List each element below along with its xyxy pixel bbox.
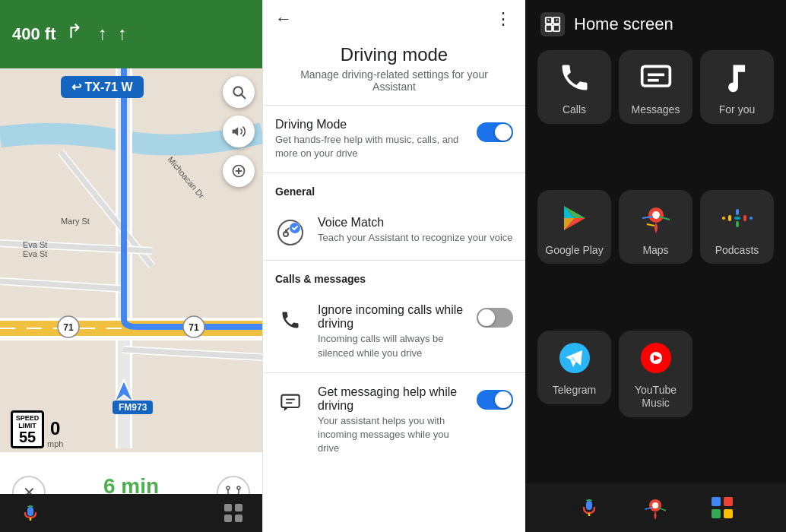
calls-icon bbox=[555, 58, 594, 97]
calls-label: Calls bbox=[563, 103, 586, 116]
telegram-icon bbox=[555, 338, 594, 378]
get-messaging-desc: Your assistant helps you with incoming m… bbox=[318, 414, 464, 456]
current-speed-unit: mph bbox=[47, 439, 63, 448]
ignore-calls-desc: Incoming calls will always be silenced w… bbox=[318, 332, 464, 359]
home-panel: Home screen Calls Messages bbox=[525, 0, 786, 532]
settings-back-button[interactable]: ← bbox=[275, 9, 292, 29]
svg-rect-86 bbox=[712, 509, 721, 518]
ignore-calls-title: Ignore incoming calls while driving bbox=[318, 303, 464, 331]
svg-rect-84 bbox=[712, 497, 721, 506]
home-header: Home screen bbox=[525, 0, 786, 43]
messages-label: Messages bbox=[632, 103, 680, 116]
driving-mode-control[interactable] bbox=[477, 122, 513, 142]
telegram-label: Telegram bbox=[553, 384, 597, 397]
messaging-icon bbox=[275, 387, 306, 417]
app-tile-maps[interactable]: Maps bbox=[619, 190, 693, 264]
home-bottom-bar bbox=[525, 483, 786, 532]
svg-rect-68 bbox=[743, 215, 746, 221]
driving-mode-toggle-knob bbox=[495, 124, 512, 141]
for-you-label: For you bbox=[719, 103, 755, 116]
app-tile-telegram[interactable]: Telegram bbox=[537, 331, 611, 404]
svg-rect-78 bbox=[586, 501, 592, 510]
svg-text:↑: ↑ bbox=[98, 23, 107, 43]
general-section-label: General bbox=[263, 173, 525, 204]
svg-rect-51 bbox=[546, 25, 552, 31]
apps-grid-icon[interactable] bbox=[223, 502, 244, 524]
nav-road-label: ↩ TX-71 W bbox=[61, 76, 144, 98]
messages-icon bbox=[636, 58, 676, 97]
voice-match-icon bbox=[275, 217, 306, 248]
svg-text:↱: ↱ bbox=[66, 20, 83, 43]
voice-match-content: Voice Match Teach your Assistant to reco… bbox=[318, 216, 513, 245]
current-speed: 0 mph bbox=[47, 418, 63, 448]
driving-mode-content: Driving Mode Get hands-free help with mu… bbox=[275, 118, 464, 160]
app-tile-for-you[interactable]: For you bbox=[700, 50, 774, 124]
svg-text:Mary St: Mary St bbox=[61, 217, 90, 226]
driving-mode-toggle[interactable] bbox=[477, 122, 513, 142]
youtube-music-label: YouTube Music bbox=[626, 384, 685, 410]
svg-rect-52 bbox=[553, 25, 559, 31]
home-app-grid: Calls Messages For you bbox=[525, 43, 786, 483]
ignore-calls-row: Ignore incoming calls while driving Inco… bbox=[263, 291, 525, 372]
svg-rect-66 bbox=[734, 217, 740, 220]
driving-mode-title: Driving Mode bbox=[275, 118, 464, 131]
current-speed-number: 0 bbox=[47, 418, 63, 439]
nav-distance: 400 ft bbox=[12, 24, 55, 44]
get-messaging-toggle-knob bbox=[495, 391, 512, 408]
home-mic-button[interactable] bbox=[572, 491, 606, 524]
get-messaging-control[interactable] bbox=[477, 390, 513, 410]
fm-road-label: FM973 bbox=[113, 401, 153, 414]
youtube-music-icon bbox=[636, 338, 676, 378]
svg-point-81 bbox=[652, 502, 658, 508]
app-tile-calls[interactable]: Calls bbox=[537, 50, 611, 124]
nav-add-stop-button[interactable] bbox=[223, 155, 255, 187]
svg-rect-87 bbox=[724, 509, 733, 518]
home-screen-icon bbox=[540, 12, 565, 36]
ignore-calls-control[interactable] bbox=[477, 308, 513, 328]
empty-tile bbox=[700, 331, 774, 476]
get-messaging-row: Get messaging help while driving Your as… bbox=[263, 373, 525, 468]
home-maps-button[interactable] bbox=[639, 491, 672, 524]
maps-label: Maps bbox=[642, 244, 668, 257]
svg-rect-71 bbox=[722, 217, 725, 220]
get-messaging-content: Get messaging help while driving Your as… bbox=[318, 385, 464, 456]
ignore-calls-content: Ignore incoming calls while driving Inco… bbox=[318, 303, 464, 359]
app-tile-youtube-music[interactable]: YouTube Music bbox=[619, 331, 693, 417]
svg-text:71: 71 bbox=[63, 322, 74, 333]
svg-rect-85 bbox=[724, 497, 733, 506]
svg-rect-70 bbox=[736, 221, 739, 227]
settings-more-button[interactable]: ⋮ bbox=[495, 9, 513, 29]
nav-direction-icons: ↱ ↑ ↑ bbox=[65, 15, 132, 53]
get-messaging-title: Get messaging help while driving bbox=[318, 385, 464, 413]
settings-header: ← ⋮ bbox=[263, 0, 525, 38]
nav-sound-button[interactable] bbox=[223, 116, 255, 147]
podcasts-label: Podcasts bbox=[715, 244, 759, 257]
podcasts-icon bbox=[718, 198, 757, 238]
home-apps-button[interactable] bbox=[705, 491, 739, 524]
calls-messages-section-label: Calls & messages bbox=[263, 261, 525, 291]
svg-text:71: 71 bbox=[189, 322, 199, 333]
svg-rect-38 bbox=[224, 504, 232, 511]
app-tile-messages[interactable]: Messages bbox=[619, 50, 693, 124]
svg-rect-41 bbox=[235, 515, 242, 522]
app-tile-google-play[interactable]: Google Play bbox=[537, 190, 611, 264]
phone-icon bbox=[275, 305, 306, 335]
nav-search-button[interactable] bbox=[223, 76, 255, 108]
svg-line-28 bbox=[241, 94, 245, 98]
svg-rect-67 bbox=[728, 215, 731, 221]
voice-match-row[interactable]: Voice Match Teach your Assistant to reco… bbox=[263, 204, 525, 260]
svg-text:↑: ↑ bbox=[118, 23, 127, 43]
nav-panel: 71 71 Michoacan Dr Eva St Eva St Mary St… bbox=[0, 0, 262, 532]
app-tile-podcasts[interactable]: Podcasts bbox=[700, 190, 774, 264]
svg-rect-39 bbox=[235, 504, 242, 511]
google-mic-icon[interactable] bbox=[18, 501, 43, 525]
svg-line-65 bbox=[647, 224, 654, 226]
svg-rect-72 bbox=[750, 217, 753, 220]
google-play-icon bbox=[555, 198, 594, 238]
google-play-label: Google Play bbox=[545, 244, 603, 257]
voice-match-desc: Teach your Assistant to recognize your v… bbox=[318, 231, 513, 245]
speed-limit-sign: SPEEDLIMIT 55 bbox=[11, 410, 44, 448]
home-header-title: Home screen bbox=[574, 14, 673, 34]
get-messaging-toggle[interactable] bbox=[477, 390, 513, 410]
ignore-calls-toggle[interactable] bbox=[477, 308, 513, 328]
